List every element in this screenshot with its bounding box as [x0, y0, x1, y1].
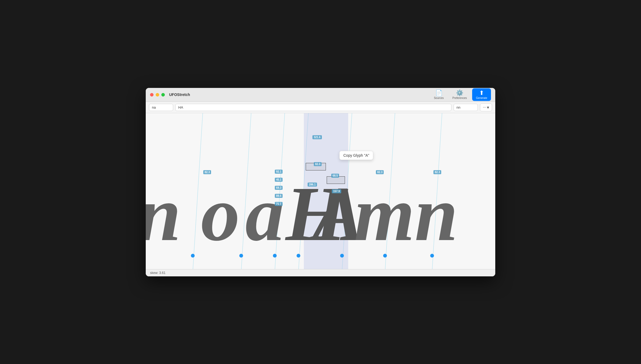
- glyph-m-1: m: [354, 175, 415, 253]
- glyph-n-right-1: n: [415, 175, 458, 253]
- skew-info: skew: 3.61: [150, 271, 165, 275]
- generate-button[interactable]: ⬆ Generate: [472, 88, 491, 101]
- left-search-input[interactable]: [149, 104, 173, 111]
- meas-label-89: 89.6: [275, 194, 283, 198]
- generate-label: Generate: [476, 97, 487, 99]
- toolbar-right: 📄 Sources ⚙️ Preferences ⬆ Generate: [431, 88, 491, 101]
- ctrl-point-3[interactable]: [273, 254, 277, 258]
- fullscreen-button[interactable]: [161, 93, 165, 97]
- canvas-area: n o a H A m n Copy Glyph "A": [146, 113, 495, 269]
- meas-label-69: 69.3: [275, 186, 283, 190]
- more-options-button[interactable]: ··· ▾: [480, 104, 492, 111]
- meas-label-68: 68.5: [331, 174, 339, 178]
- glyph-n-left: n: [146, 175, 181, 253]
- ctrl-point-6[interactable]: [383, 254, 387, 258]
- meas-label-82-mid: 82.3: [376, 170, 384, 174]
- traffic-lights: [150, 93, 165, 97]
- main-window: UFOStretch 📄 Sources ⚙️ Preferences ⬆ Ge…: [146, 88, 495, 276]
- meas-label-92: 92.1: [275, 170, 283, 174]
- meas-label-321: 321.6: [312, 135, 322, 139]
- ctrl-point-1[interactable]: [191, 254, 195, 258]
- generate-icon: ⬆: [479, 90, 484, 96]
- close-button[interactable]: [150, 93, 154, 97]
- titlebar: UFOStretch 📄 Sources ⚙️ Preferences ⬆ Ge…: [146, 88, 495, 102]
- meas-label-157: 157.9: [332, 189, 341, 193]
- search-bar: ··· ▾: [146, 102, 495, 113]
- glyph-o: o: [201, 175, 240, 253]
- preferences-label: Preferences: [452, 97, 467, 99]
- ctrl-point-4[interactable]: [297, 254, 300, 258]
- meas-label-82: 82.0: [314, 162, 322, 166]
- main-search-input[interactable]: [175, 104, 451, 111]
- minimize-button[interactable]: [156, 93, 159, 97]
- status-bar: skew: 3.61: [146, 269, 495, 276]
- more-icon: ···: [483, 105, 486, 110]
- ctrl-point-7[interactable]: [430, 254, 434, 258]
- app-title: UFOStretch: [169, 92, 190, 97]
- ctrl-point-5[interactable]: [340, 254, 344, 258]
- tooltip: Copy Glyph "A": [339, 151, 373, 160]
- sources-icon: 📄: [435, 90, 443, 96]
- preferences-icon: ⚙️: [456, 90, 463, 96]
- ctrl-point-2[interactable]: [239, 254, 243, 258]
- chevron-down-icon: ▾: [487, 105, 489, 110]
- preferences-button[interactable]: ⚙️ Preferences: [449, 89, 470, 101]
- sources-label: Sources: [434, 97, 444, 99]
- meas-label-82-right: 82.3: [433, 170, 441, 174]
- meas-label-71: 71.1: [275, 202, 283, 206]
- meas-label-45: 45.1: [275, 178, 283, 182]
- tooltip-text: Copy Glyph "A": [343, 153, 369, 158]
- right-search-input[interactable]: [454, 104, 478, 111]
- sources-button[interactable]: 📄 Sources: [431, 89, 447, 101]
- meas-label-286: 286.1: [308, 183, 317, 187]
- meas-label-82-left: 82.3: [203, 170, 211, 174]
